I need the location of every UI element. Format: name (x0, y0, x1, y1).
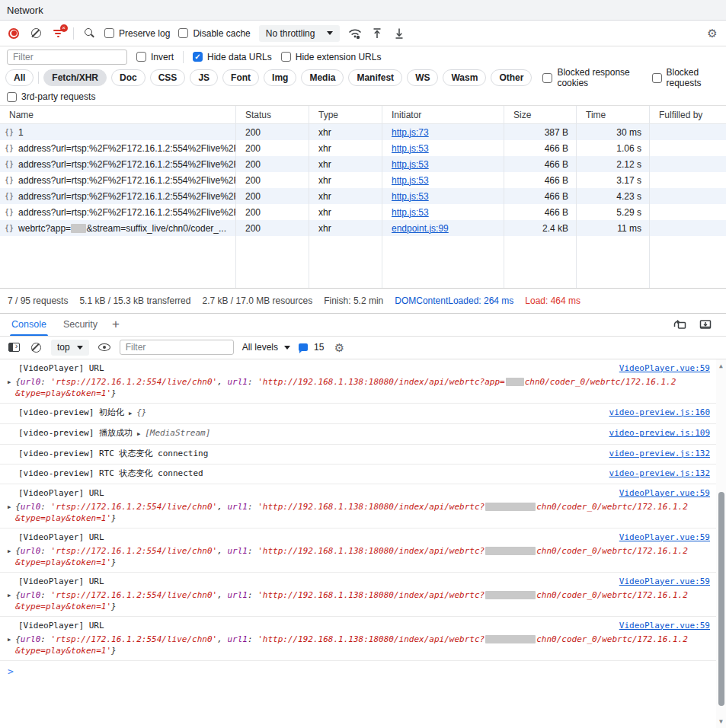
filter-chip-fetch-xhr[interactable]: Fetch/XHR (43, 69, 107, 86)
column-header-type[interactable]: Type (309, 106, 382, 124)
expand-arrow-icon[interactable]: ▶ (8, 637, 11, 656)
column-header-time[interactable]: Time (577, 106, 650, 124)
filter-icon[interactable]: × (51, 27, 65, 40)
network-filter-input[interactable] (7, 49, 127, 65)
finish-time: Finish: 5.2 min (324, 295, 383, 306)
scroll-up-icon[interactable]: ▲ (716, 362, 726, 369)
console-message-text: [VideoPlayer] URL (18, 362, 104, 375)
console-sidebar-icon[interactable] (7, 340, 21, 354)
console-source-link[interactable]: video-preview.js:132 (609, 448, 710, 460)
console-source-link[interactable]: video-preview.js:160 (609, 407, 710, 419)
filter-chip-other[interactable]: Other (491, 69, 532, 86)
blocked-response-cookies-checkbox[interactable]: Blocked response cookies (542, 67, 641, 88)
filter-chip-manifest[interactable]: Manifest (348, 69, 402, 86)
console-source-link[interactable]: VideoPlayer.vue:59 (619, 362, 710, 375)
filter-chip-css[interactable]: CSS (150, 69, 186, 86)
live-expression-eye-icon[interactable] (98, 340, 111, 354)
initiator-link[interactable]: http.js:53 (392, 175, 429, 186)
scrollbar-thumb[interactable] (718, 492, 724, 706)
tab-security[interactable]: Security (55, 314, 106, 336)
table-row[interactable]: {}address?url=rtsp:%2F%2F172.16.1.2:554%… (0, 204, 726, 220)
console-entry: [VideoPlayer] URLVideoPlayer.vue:59▶{url… (0, 359, 716, 404)
blocked-requests-checkbox[interactable]: Blocked requests (652, 67, 721, 88)
scrollbar[interactable]: ▲ ▼ (716, 359, 726, 728)
table-row[interactable]: {}address?url=rtsp:%2F%2F172.16.1.2:554%… (0, 188, 726, 204)
console-source-link[interactable]: VideoPlayer.vue:59 (619, 487, 710, 500)
request-name: address?url=rtsp:%2F%2F172.16.1.2:554%2F… (18, 207, 236, 218)
table-row[interactable]: {}1200xhrhttp.js:73387 B30 ms (0, 124, 726, 140)
search-icon[interactable] (82, 27, 96, 40)
column-header-initiator[interactable]: Initiator (382, 106, 504, 124)
expand-arrow-icon[interactable]: ▶ (137, 428, 140, 440)
column-header-name[interactable]: Name (0, 106, 236, 124)
log-levels-select[interactable]: All levels (242, 342, 290, 353)
console-source-link[interactable]: VideoPlayer.vue:59 (619, 620, 710, 632)
clear-icon[interactable] (29, 27, 43, 40)
expand-arrow-icon[interactable]: ▶ (8, 548, 11, 568)
tab-network[interactable]: Network (7, 5, 43, 16)
settings-gear-icon[interactable]: ⚙ (705, 27, 719, 40)
hide-extension-urls-checkbox[interactable]: Hide extension URLs (281, 52, 382, 62)
invert-checkbox[interactable]: Invert (136, 52, 174, 62)
expand-arrow-icon[interactable]: ▶ (8, 379, 11, 399)
network-conditions-icon[interactable] (348, 27, 362, 40)
table-row[interactable]: {}address?url=rtsp:%2F%2F172.16.1.2:554%… (0, 172, 726, 188)
console-settings-gear-icon[interactable]: ⚙ (332, 340, 346, 354)
console-prompt[interactable]: > (0, 661, 726, 677)
dock-drawer-icon[interactable] (699, 318, 712, 331)
filter-chip-all[interactable]: All (5, 69, 34, 86)
context-selector[interactable]: top (51, 340, 89, 356)
request-name: address?url=rtsp:%2F%2F172.16.1.2:554%2F… (18, 159, 236, 170)
clear-console-icon[interactable] (29, 340, 43, 354)
console-source-link[interactable]: video-preview.js:109 (609, 427, 710, 439)
xhr-icon: {} (5, 144, 14, 152)
table-row[interactable]: {}address?url=rtsp:%2F%2F172.16.1.2:554%… (0, 156, 726, 172)
filter-chip-font[interactable]: Font (222, 69, 259, 86)
disable-cache-checkbox[interactable]: Disable cache (178, 28, 250, 39)
redacted-value (485, 591, 536, 599)
filter-chip-js[interactable]: JS (190, 69, 218, 86)
export-har-icon[interactable] (392, 27, 406, 40)
initiator-link[interactable]: http.js:53 (392, 159, 429, 170)
table-row[interactable]: {}address?url=rtsp:%2F%2F172.16.1.2:554%… (0, 140, 726, 156)
hide-data-urls-checkbox[interactable]: ✓Hide data URLs (193, 52, 272, 62)
column-header-fulfilled-by[interactable]: Fulfilled by (650, 106, 726, 124)
initiator-link[interactable]: http.js:53 (392, 207, 429, 218)
network-toolbar: × Preserve log Disable cache No throttli… (0, 21, 726, 46)
filter-chip-media[interactable]: Media (301, 69, 344, 86)
initiator-cell: http.js:73 (382, 124, 504, 140)
expand-arrow-icon[interactable]: ▶ (8, 504, 11, 524)
add-tab-button[interactable]: + (106, 317, 126, 332)
initiator-link[interactable]: http.js:53 (392, 143, 429, 154)
console-message-text: [video-preview] 播放成功 (18, 427, 133, 439)
scroll-down-icon[interactable]: ▼ (716, 718, 726, 725)
filter-chip-img[interactable]: Img (264, 69, 296, 86)
console-source-link[interactable]: VideoPlayer.vue:59 (619, 532, 710, 544)
filter-chip-wasm[interactable]: Wasm (443, 69, 486, 86)
console-filter-input[interactable] (120, 340, 234, 355)
console-source-link[interactable]: video-preview.js:132 (609, 468, 710, 480)
expand-arrow-icon[interactable]: ▶ (129, 407, 132, 420)
expand-arrow-icon[interactable]: ▶ (8, 592, 11, 612)
status-cell: 200 (236, 220, 309, 236)
initiator-link[interactable]: http.js:53 (392, 191, 429, 202)
request-name: webrtc?app= (18, 223, 71, 234)
console-source-link[interactable]: VideoPlayer.vue:59 (619, 576, 710, 588)
name-cell: {}address?url=rtsp:%2F%2F172.16.1.2:554%… (0, 204, 236, 220)
filter-chip-doc[interactable]: Doc (111, 69, 146, 86)
table-row[interactable]: {}webrtc?app=&stream=suffix_live/chn0/co… (0, 220, 726, 236)
column-header-status[interactable]: Status (236, 106, 309, 124)
column-header-size[interactable]: Size (504, 106, 577, 124)
throttling-select[interactable]: No throttling (259, 25, 341, 42)
tab-console[interactable]: Console (3, 314, 55, 336)
initiator-link[interactable]: endpoint.js:99 (392, 223, 449, 234)
third-party-requests-checkbox[interactable]: 3rd-party requests (7, 91, 95, 102)
undock-drawer-icon[interactable] (673, 318, 686, 331)
issues-counter[interactable]: 15 (299, 342, 324, 353)
import-har-icon[interactable] (370, 27, 384, 40)
initiator-link[interactable]: http.js:73 (392, 127, 429, 138)
filter-chip-ws[interactable]: WS (407, 69, 438, 86)
time-cell: 2.12 s (577, 156, 650, 172)
record-icon[interactable] (7, 27, 21, 40)
preserve-log-checkbox[interactable]: Preserve log (104, 28, 170, 39)
